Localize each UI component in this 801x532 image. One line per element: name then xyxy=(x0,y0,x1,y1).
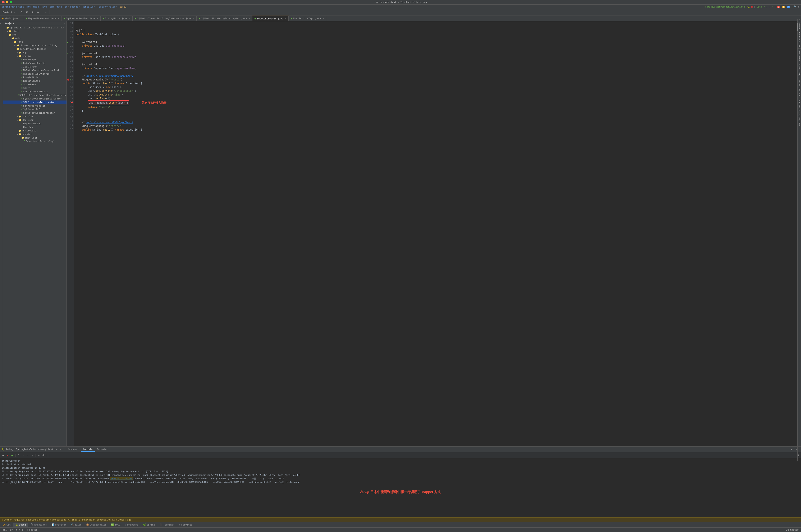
debug-run-button[interactable]: 🐛 xyxy=(747,5,750,8)
bottom-tab-endpoints[interactable]: 🔌 Endpoints xyxy=(29,523,49,527)
tree-item-dao-user[interactable]: ▾ 📁 dao.user xyxy=(3,118,67,122)
debug-settings-btn[interactable]: ⚙ xyxy=(789,447,794,452)
tab-stringutils[interactable]: ● StringUtils.java × xyxy=(101,16,133,21)
debug-close[interactable]: × xyxy=(60,448,61,451)
editor-content[interactable]: 14 15 16 17 18 ✓ 19 20 21 ✓ 22 23 24 ✓ xyxy=(67,21,798,446)
tree-item-java[interactable]: ▾ 📁 java xyxy=(3,40,67,44)
close-button[interactable] xyxy=(2,1,5,3)
debug-rerun-btn[interactable]: ↺ xyxy=(1,453,5,457)
tree-item-sqlinsert[interactable]: ▶ C SQLInsertLogInterceptor xyxy=(3,100,67,104)
bottom-tab-terminal[interactable]: ⬛ Terminal xyxy=(158,523,177,527)
tree-item-impl-user[interactable]: ▾ 📁 impl.user xyxy=(3,136,67,139)
bottom-tab-todo[interactable]: ✅ TODO xyxy=(109,523,123,527)
settings-btn[interactable]: ⚙ xyxy=(36,10,40,15)
tab-mappedstatement[interactable]: ● MappedStatement.java × xyxy=(24,16,61,21)
bottom-tab-debug[interactable]: 🐛 Debug xyxy=(13,523,28,527)
minimize-button[interactable] xyxy=(6,1,8,3)
bottom-tab-git[interactable]: ⎇ Git xyxy=(1,523,13,527)
tree-item-contoller[interactable]: ▶ 📁 contoller xyxy=(3,115,67,118)
status-indent[interactable]: 4 spaces xyxy=(25,529,38,531)
tree-item-datasourceconfig[interactable]: ▶ C DataSourceConfig xyxy=(3,61,67,65)
maximize-button[interactable] xyxy=(10,1,12,3)
tab-testcontroller[interactable]: ● TestController.java × xyxy=(252,16,289,21)
debug-content[interactable]: atcherServlet' initialization started in… xyxy=(0,458,801,517)
debug-tab-debugger[interactable]: Debugger xyxy=(66,447,81,452)
tree-item-sqlbatchupdate[interactable]: ▶ C SQLBatchUpdateLogInterceptor xyxy=(3,97,67,100)
tree-item-sqlselect[interactable]: ▶ C SqlSelectLogInterceptor xyxy=(3,111,67,115)
bottom-tab-problems[interactable]: ⚠ Problems xyxy=(123,523,141,527)
tab-userserviceimpl[interactable]: ● UserServiceImpl.java × xyxy=(289,16,326,21)
debug-evaluate-btn[interactable]: ✦ xyxy=(37,453,41,457)
right-tab-maven[interactable]: Maven xyxy=(798,21,801,30)
tree-item-springcontextutils[interactable]: ▶ C SpringContextUtils xyxy=(3,90,67,93)
console-link-testcontroller[interactable]: TestController:34 xyxy=(110,477,132,480)
tree-item-idea[interactable]: ▶ 📁 .idea xyxy=(3,30,67,33)
tree-item-service[interactable]: ▾ 📁 service xyxy=(3,132,67,136)
tab-sinfo[interactable]: ● $Info.java × xyxy=(0,16,24,21)
right-tab-restservices[interactable]: RestServices xyxy=(798,31,801,49)
tab-sqlparserhandler[interactable]: ● SqlParserHandler.java × xyxy=(61,16,101,21)
right-tab-database[interactable]: Database xyxy=(798,49,801,62)
tree-item-userdao[interactable]: ▶ I UserDao xyxy=(3,126,67,129)
tree-item-root[interactable]: ▾ 📁 spring-data-test ~/github/spring-dat… xyxy=(3,26,67,30)
debug-resume-btn[interactable]: ▶ xyxy=(10,453,14,457)
tree-item-rabbitconfig[interactable]: ▶ C RabbitConfig xyxy=(3,79,67,83)
tab-sqlbatchupdate[interactable]: ● SQLBatchUpdateLogInterceptor.java × xyxy=(197,16,252,21)
right-tab-bookmarks[interactable]: Bookmarks xyxy=(798,98,801,112)
tree-item-entity-user[interactable]: ▶ 📁 entity.user xyxy=(3,129,67,132)
tree-item-sqlparserinfo[interactable]: ▶ C SqlParserInfo xyxy=(3,108,67,111)
run-button[interactable]: ▶ xyxy=(744,5,746,8)
status-branch[interactable]: ⎇ master xyxy=(785,529,799,531)
tree-item-src[interactable]: ▾ 📁 src xyxy=(3,33,67,37)
tree-item-config[interactable]: ▾ 📁 config xyxy=(3,54,67,58)
debug-tab-console[interactable]: Console xyxy=(81,447,95,452)
sync-btn[interactable]: ⟳ xyxy=(19,10,24,15)
stop-button[interactable]: ■ xyxy=(751,5,753,8)
tree-item-isqlparser[interactable]: ▶ I ISqlParser xyxy=(3,65,67,69)
debug-run-to-cursor-btn[interactable]: ➜ xyxy=(30,453,35,457)
collapse-all-btn[interactable]: ⊟ xyxy=(25,10,30,15)
tree-item-main[interactable]: ▾ 📁 main xyxy=(3,37,67,40)
tree-item-sinfo[interactable]: ▶ C $Info xyxy=(3,86,67,90)
debug-maximize-btn[interactable]: ⊞ xyxy=(795,447,799,452)
bottom-tab-services[interactable]: ⚙ Services xyxy=(177,523,195,527)
tree-item-decoder[interactable]: ▾ 📁 com.data.en.decoder xyxy=(3,47,67,51)
tree-item-departmentdao[interactable]: ▶ I DepartmentDao xyxy=(3,122,67,126)
status-line-col[interactable]: 8:1 xyxy=(2,529,7,531)
debug-step-into-btn[interactable]: ↓ xyxy=(21,453,25,457)
debug-watch-btn[interactable]: 👁 xyxy=(41,453,45,457)
bottom-tab-profiler[interactable]: 📊 Profiler xyxy=(49,523,68,527)
bottom-tab-dependencies[interactable]: 📦 Dependencies xyxy=(84,523,109,527)
settings-button[interactable]: ⚙ xyxy=(798,5,799,8)
tree-item-sqlbatchinsert[interactable]: ▶ C SQLBatchInsertResultLogInterceptor xyxy=(3,93,67,97)
project-dropdown[interactable]: Project ▾ xyxy=(1,11,16,14)
right-tab-notifications[interactable]: Notifications xyxy=(798,79,801,98)
expand-all-btn[interactable]: ⊞ xyxy=(30,10,35,15)
tree-item-datascope[interactable]: ▶ C DataScope xyxy=(3,58,67,61)
tree-item-mybatisbaomidou[interactable]: ▶ C MyBatisBaomidouServiceImpl xyxy=(3,69,67,72)
tree-item-sqlparserhandler[interactable]: ▶ C SqlParserHandler xyxy=(3,104,67,108)
tree-item-departmentserviceimpl[interactable]: ▶ C DepartmentServiceImpl xyxy=(3,139,67,143)
tree-item-aop[interactable]: ▶ 📁 aop xyxy=(3,51,67,54)
right-tab-mybatissql[interactable]: MybatisSql xyxy=(798,63,801,78)
right-tab-structure[interactable]: Structure xyxy=(798,113,801,127)
debug-step-out-btn[interactable]: ↑ xyxy=(26,453,30,457)
tree-item-scopedata[interactable]: ▶ C ScopeData xyxy=(3,83,67,86)
search-button[interactable]: 🔍 xyxy=(794,5,797,8)
status-encoding[interactable]: UTF-8 xyxy=(15,529,24,531)
bottom-tab-build[interactable]: 🔨 Build xyxy=(69,523,84,527)
status-lf[interactable]: LF xyxy=(9,529,14,531)
tree-item-logback[interactable]: ▶ 📁 ch.qos.logback.core.rolling xyxy=(3,44,67,47)
debug-tab-actuator[interactable]: Actuator xyxy=(95,447,110,452)
debug-step-over-btn[interactable]: ⤵ xyxy=(17,453,21,457)
tree-item-mybatisplugin[interactable]: ▶ C MybatisPluginConfig xyxy=(3,72,67,76)
tree-options[interactable]: ▾ xyxy=(63,22,65,25)
bottom-tab-spring[interactable]: 🌿 Spring xyxy=(141,523,157,527)
minus-btn[interactable]: − xyxy=(43,10,48,15)
tab-sqlbatchinsert[interactable]: ● SQLBatchInsertResultLogInterceptor.jav… xyxy=(132,16,197,21)
code-content[interactable]: @Slf4j public class TestController { @Au… xyxy=(74,21,798,446)
tree-item-pluginutils[interactable]: ▶ C PluginUtils xyxy=(3,76,67,79)
left-panel-icon-1[interactable]: ◈ xyxy=(0,22,3,25)
debug-clear-btn[interactable]: 🗑 xyxy=(796,453,800,457)
debug-stop-btn[interactable]: ■ xyxy=(5,453,10,457)
